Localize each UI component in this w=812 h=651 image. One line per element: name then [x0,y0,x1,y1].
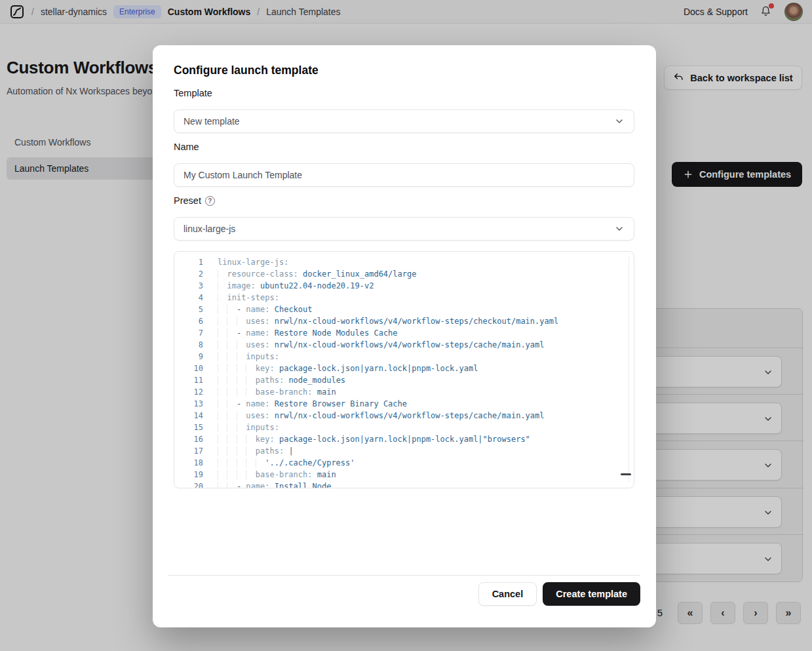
preset-field-label: Preset ? [174,195,215,206]
code-line: uses: nrwl/nx-cloud-workflows/v4/workflo… [218,315,558,327]
code-line: key: package-lock.json|yarn.lock|pnpm-lo… [218,363,558,374]
modal-footer: Cancel Create template [478,582,640,606]
line-number: 17 [174,445,203,457]
preset-select[interactable]: linux-large-js [174,217,634,241]
code-line: uses: nrwl/nx-cloud-workflows/v4/workflo… [218,339,558,351]
preset-label-text: Preset [174,195,201,206]
line-number: 14 [174,410,203,422]
app-screen: / stellar-dynamics Enterprise Custom Wor… [0,0,812,651]
editor-scrollbar-thumb[interactable] [621,473,631,475]
code-line: - name: Restore Browser Binary Cache [218,398,558,410]
line-number: 6 [174,315,203,327]
line-number: 19 [174,469,203,481]
template-field-label: Template [174,88,212,98]
line-number: 10 [174,363,203,374]
code-line: paths: node_modules [218,374,558,386]
line-number: 7 [174,327,203,339]
code-line: image: ubuntu22.04-node20.19-v2 [218,280,558,292]
line-number: 16 [174,433,203,445]
name-field-label: Name [174,142,199,152]
code-line: - name: Install Node [218,481,558,488]
template-select-value: New template [184,116,240,127]
line-number: 18 [174,457,203,469]
line-number: 15 [174,422,203,433]
name-input[interactable] [174,163,634,187]
code-line: key: package-lock.json|yarn.lock|pnpm-lo… [218,433,558,445]
code-line: inputs: [218,351,558,363]
code-line: linux-large-js: [218,256,558,268]
code-line: inputs: [218,422,558,433]
preset-select-value: linux-large-js [184,224,235,234]
code-line: resource-class: docker_linux_amd64/large [218,268,558,280]
line-number: 1 [174,256,203,268]
chevron-down-icon [614,224,625,234]
code-gutter: 1234567891011121314151617181920 [174,256,203,488]
template-select[interactable]: New template [174,109,634,133]
cancel-button[interactable]: Cancel [478,582,537,606]
code-line: - name: Checkout [218,304,558,315]
line-number: 11 [174,374,203,386]
line-number: 3 [174,280,203,292]
modal-title: Configure launch template [174,64,319,77]
line-number: 20 [174,481,203,488]
code-line: paths: | [218,445,558,457]
code-line: '../.cache/Cypress' [218,457,558,469]
code-line: base-branch: main [218,469,558,481]
help-icon[interactable]: ? [205,196,215,206]
code-line: - name: Restore Node Modules Cache [218,327,558,339]
code-line: base-branch: main [218,386,558,398]
line-number: 12 [174,386,203,398]
code-lines: linux-large-js: resource-class: docker_l… [203,256,558,488]
line-number: 9 [174,351,203,363]
line-number: 5 [174,304,203,315]
code-editor[interactable]: 1234567891011121314151617181920 linux-la… [174,251,634,488]
line-number: 2 [174,268,203,280]
line-number: 13 [174,398,203,410]
footer-divider [168,575,640,576]
editor-scrollbar-track [628,257,629,483]
line-number: 8 [174,339,203,351]
chevron-down-icon [614,116,625,127]
configure-launch-template-modal: Configure launch template Template New t… [153,45,656,627]
code-line: init-steps: [218,292,558,304]
code-line: uses: nrwl/nx-cloud-workflows/v4/workflo… [218,410,558,422]
create-template-button[interactable]: Create template [543,582,640,606]
line-number: 4 [174,292,203,304]
